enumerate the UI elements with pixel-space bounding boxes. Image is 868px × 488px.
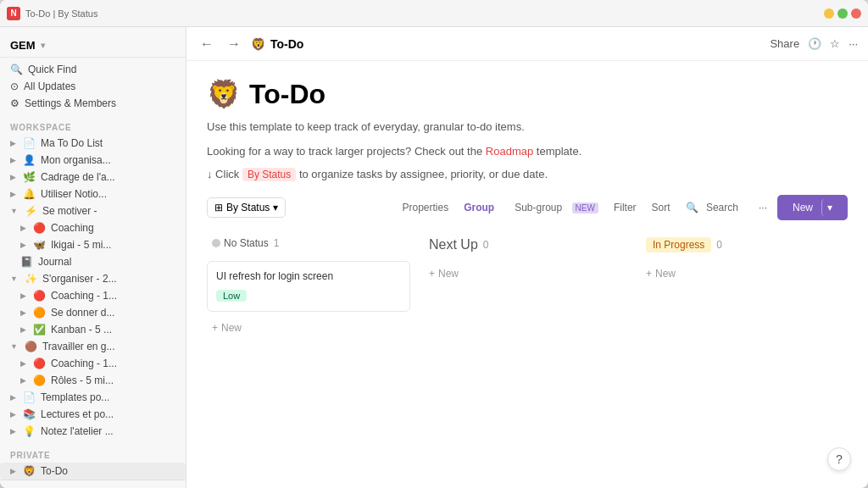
- sidebar-item-label: Coaching - 1...: [51, 290, 117, 302]
- task-card[interactable]: UI refresh for login screen Low: [207, 261, 410, 312]
- sub-group-button[interactable]: Sub-group NEW: [504, 199, 604, 216]
- arrow-icon: ▶: [10, 156, 16, 164]
- brown-icon: 🟤: [25, 341, 37, 352]
- sidebar-item-label: Travailler en g...: [42, 341, 115, 352]
- sidebar-item-organisa[interactable]: ▶ 👤 Mon organisa...: [0, 152, 186, 169]
- sidebar-item-templates[interactable]: ▶ 📄 Templates po...: [0, 389, 186, 406]
- title-bar-left: N To-Do | By Status: [7, 7, 97, 20]
- search-icon: 🔍: [10, 64, 23, 75]
- roadmap-link[interactable]: Roadmap: [486, 145, 533, 158]
- sidebar-all-updates-label: All Updates: [24, 80, 75, 92]
- sort-button[interactable]: Sort: [647, 199, 676, 216]
- sidebar-item-coaching3[interactable]: ▶ 🔴 Coaching - 1...: [0, 355, 186, 372]
- red2-icon: 🔴: [33, 358, 46, 369]
- sidebar-item-coaching1[interactable]: ▶ 🔴 Coaching: [0, 219, 186, 236]
- app-body: GEM ▾ 🔍 Quick Find ⊙ All Updates ⚙ Setti…: [0, 27, 868, 488]
- page-emoji: 🦁: [207, 78, 241, 110]
- search-button[interactable]: 🔍 Search: [681, 199, 748, 216]
- sidebar-item-label: Se donner d...: [51, 307, 114, 319]
- sidebar-item-todo[interactable]: ▶ 🦁 To-Do: [0, 463, 186, 480]
- arrow-icon: ▶: [20, 224, 26, 232]
- star-icon[interactable]: ☆: [830, 37, 840, 50]
- arrow-icon: ▶: [20, 359, 26, 368]
- sidebar-item-roles[interactable]: ▶ 🟠 Rôles - 5 mi...: [0, 372, 186, 389]
- arrow-icon: ▶: [10, 410, 16, 419]
- close-button[interactable]: [851, 8, 861, 19]
- share-button[interactable]: Share: [770, 37, 799, 50]
- main-panel: ← → 🦁 To-Do Share 🕐 ☆ ··· 🦁 To-Do: [186, 27, 868, 488]
- sidebar-gem[interactable]: GEM ▾: [0, 34, 186, 58]
- sidebar-item-sorganiser[interactable]: ▼ ✨ S'organiser - 2...: [0, 270, 186, 287]
- next-up-label: Next Up: [429, 237, 478, 252]
- arrow-icon: ▶: [10, 467, 16, 475]
- bolt-icon: ⚡: [25, 205, 37, 217]
- sidebar-item-se-motiver[interactable]: ▼ ⚡ Se motiver -: [0, 202, 186, 219]
- properties-button[interactable]: Properties: [397, 199, 453, 216]
- plus-icon: +: [646, 268, 652, 280]
- nav-actions: Share 🕐 ☆ ···: [770, 37, 858, 50]
- more-options-button[interactable]: ···: [754, 199, 772, 216]
- sidebar: GEM ▾ 🔍 Quick Find ⊙ All Updates ⚙ Setti…: [0, 27, 186, 488]
- sidebar-item-ma-todo[interactable]: ▶ 📄 Ma To Do List: [0, 135, 186, 152]
- arrow-icon: ▶: [20, 376, 26, 385]
- more-icon[interactable]: ···: [849, 37, 858, 50]
- sidebar-item-travailler[interactable]: ▼ 🟤 Travailler en g...: [0, 338, 186, 355]
- new-button[interactable]: New ▾: [777, 195, 848, 220]
- add-new-next-up[interactable]: + New: [424, 264, 627, 283]
- user-icon: 👤: [23, 154, 36, 166]
- sidebar-item-all-updates[interactable]: ⊙ All Updates: [0, 78, 186, 95]
- kanban-col-next-up: Next Up 0 + New: [424, 234, 627, 488]
- sidebar-item-utiliser[interactable]: ▶ 🔔 Utiliser Notio...: [0, 186, 186, 202]
- page-desc1: Use this template to keep track of every…: [207, 119, 848, 136]
- sidebar-item-label: Mon organisa...: [41, 154, 111, 166]
- maximize-button[interactable]: [837, 8, 848, 19]
- add-new-no-status[interactable]: + New: [207, 319, 410, 337]
- sidebar-item-settings[interactable]: ⚙ Settings & Members: [0, 95, 186, 112]
- back-button[interactable]: ←: [197, 33, 217, 55]
- chevron-down-icon: ▾: [41, 41, 45, 50]
- workspace-section-header: WORKSPACE: [0, 120, 186, 135]
- clock-icon[interactable]: 🕐: [808, 37, 821, 50]
- sidebar-item-sedonner[interactable]: ▶ 🟠 Se donner d...: [0, 304, 186, 321]
- orange-icon: 🟠: [33, 307, 46, 319]
- title-bar: N To-Do | By Status: [0, 0, 868, 27]
- window-controls: [824, 8, 861, 19]
- forward-button[interactable]: →: [224, 33, 244, 55]
- arrow-icon: ▶: [10, 173, 16, 181]
- window-title: To-Do | By Status: [25, 8, 97, 19]
- sidebar-item-ikigai[interactable]: ▶ 🦋 Ikigai - 5 mi...: [0, 236, 186, 253]
- sidebar-item-kanban[interactable]: ▶ ✅ Kanban - 5 ...: [0, 321, 186, 338]
- sidebar-item-label: Coaching - 1...: [51, 358, 117, 369]
- plus-icon: +: [429, 268, 435, 280]
- sidebar-item-label: Notez l'atelier ...: [41, 425, 114, 437]
- minimize-button[interactable]: [824, 8, 834, 19]
- sidebar-item-label: Utiliser Notio...: [41, 188, 107, 200]
- sidebar-item-label: Ma To Do List: [41, 137, 103, 149]
- sidebar-item-lectures[interactable]: ▶ 📚 Lectures et po...: [0, 406, 186, 423]
- arrow-icon: ▶: [10, 393, 16, 402]
- nav-emoji: 🦁: [251, 37, 265, 51]
- new-button-caret[interactable]: ▾: [821, 199, 837, 216]
- page-title-text: To-Do: [249, 79, 326, 110]
- new-label: New: [221, 322, 242, 334]
- arrow-icon: ▶: [20, 241, 26, 249]
- page-title: 🦁 To-Do: [207, 78, 848, 110]
- sidebar-item-quick-find[interactable]: 🔍 Quick Find: [0, 61, 186, 78]
- kanban-board: No Status 1 UI refresh for login screen …: [207, 234, 848, 488]
- help-button[interactable]: ?: [827, 447, 851, 471]
- sidebar-todo-label: To-Do: [41, 465, 68, 477]
- sidebar-item-notez[interactable]: ▶ 💡 Notez l'atelier ...: [0, 423, 186, 440]
- by-status-button[interactable]: ⊞ By Status ▾: [207, 197, 286, 218]
- sidebar-item-label: Ikigai - 5 mi...: [51, 239, 111, 251]
- app-window: N To-Do | By Status GEM ▾ 🔍 Quick Find ⊙…: [0, 0, 868, 488]
- sidebar-item-cadrage[interactable]: ▶ 🌿 Cadrage de l'a...: [0, 169, 186, 186]
- sidebar-item-coaching2[interactable]: ▶ 🔴 Coaching - 1...: [0, 287, 186, 304]
- col-header-in-progress: In Progress 0: [641, 234, 844, 256]
- add-new-in-progress[interactable]: + New: [641, 264, 844, 283]
- kanban-col-no-status: No Status 1 UI refresh for login screen …: [207, 234, 410, 488]
- updates-icon: ⊙: [10, 80, 19, 92]
- sidebar-item-journal[interactable]: 📓 Journal: [0, 253, 186, 270]
- filter-button[interactable]: Filter: [609, 199, 642, 216]
- by-status-badge[interactable]: By Status: [242, 168, 296, 181]
- group-button[interactable]: Group: [459, 199, 499, 216]
